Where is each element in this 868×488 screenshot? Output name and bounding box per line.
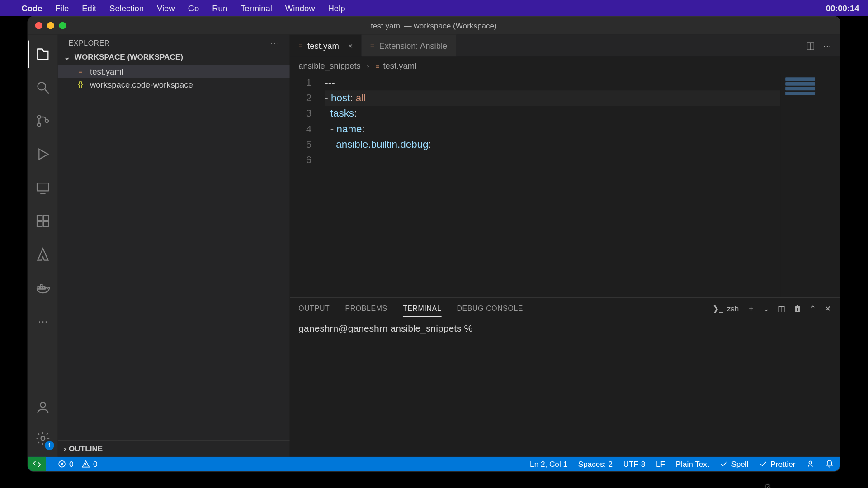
run-debug-icon[interactable] — [28, 141, 58, 168]
menu-terminal[interactable]: Terminal — [241, 3, 272, 13]
file-name: workspace.code-workspace — [90, 80, 193, 89]
svg-rect-12 — [40, 284, 42, 286]
docker-icon[interactable] — [28, 274, 58, 301]
status-bar: 0 0 Ln 2, Col 1 Spaces: 2 UTF-8 LF Plain… — [28, 457, 840, 471]
status-cursor-position[interactable]: Ln 2, Col 1 — [530, 460, 567, 469]
window-maximize-button[interactable] — [59, 22, 66, 29]
extensions-icon[interactable] — [28, 207, 58, 235]
svg-rect-7 — [37, 221, 42, 226]
mac-menubar: Code File Edit Selection View Go Run Ter… — [0, 0, 868, 16]
menu-go[interactable]: Go — [188, 3, 199, 13]
panel-tab[interactable]: PROBLEMS — [345, 301, 387, 316]
window-minimize-button[interactable] — [47, 22, 54, 29]
terminal-split-chevron-icon[interactable]: ⌄ — [763, 304, 769, 313]
new-terminal-icon[interactable]: ＋ — [747, 303, 755, 314]
status-indentation[interactable]: Spaces: 2 — [578, 460, 613, 469]
code-editor[interactable]: 123456 ---- host: all tasks: - name: ans… — [290, 74, 780, 297]
outline-label: OUTLINE — [69, 444, 103, 453]
sidebar-title: EXPLORER — [69, 39, 110, 47]
svg-rect-5 — [37, 215, 42, 220]
tab-label: Extension: Ansible — [379, 41, 448, 50]
minimap[interactable] — [780, 74, 840, 297]
menu-window[interactable]: Window — [285, 3, 315, 13]
tab-icon: ≡ — [298, 42, 302, 50]
more-actions-icon[interactable]: ··· — [823, 40, 831, 51]
panel-tab[interactable]: TERMINAL — [403, 300, 441, 317]
terminal-icon: ❯_ — [712, 304, 723, 313]
menu-help[interactable]: Help — [328, 3, 345, 13]
split-terminal-icon[interactable]: ◫ — [778, 304, 785, 313]
file-item[interactable]: {}workspace.code-workspace — [58, 78, 290, 91]
svg-point-13 — [40, 402, 45, 407]
editor-tabs: ≡test.yaml×≡Extension: Ansible ◫ ··· — [290, 34, 840, 57]
azure-icon[interactable] — [28, 240, 58, 268]
vscode-window: test.yaml — workspace (Workspace) ··· 1 … — [28, 16, 840, 472]
svg-rect-4 — [37, 183, 49, 191]
titlebar: test.yaml — workspace (Workspace) — [28, 17, 840, 35]
breadcrumb-segment[interactable]: ansible_snippets — [298, 61, 360, 70]
file-name: test.yaml — [90, 67, 123, 76]
status-language-mode[interactable]: Plain Text — [676, 460, 709, 469]
panel-tab[interactable]: OUTPUT — [298, 301, 330, 316]
file-icon: {} — [75, 80, 85, 89]
menu-view[interactable]: View — [157, 3, 175, 13]
terminal-shell-selector[interactable]: ❯_ zsh — [712, 304, 739, 313]
menu-run[interactable]: Run — [212, 3, 227, 13]
settings-gear-icon[interactable]: 1 — [28, 425, 58, 452]
file-list: ≡test.yaml{}workspace.code-workspace — [58, 64, 290, 91]
file-item[interactable]: ≡test.yaml — [58, 65, 290, 78]
settings-badge: 1 — [45, 441, 54, 450]
breadcrumb[interactable]: ansible_snippets›≡test.yaml — [290, 57, 840, 74]
remote-indicator[interactable] — [28, 457, 46, 471]
svg-point-2 — [38, 123, 41, 127]
menubar-clock: 00:00:14 — [826, 3, 859, 13]
status-spell[interactable]: Spell — [720, 460, 748, 469]
menu-edit[interactable]: Edit — [82, 3, 96, 13]
status-warnings[interactable]: 0 — [82, 460, 98, 469]
status-errors[interactable]: 0 — [58, 460, 74, 469]
workspace-header[interactable]: ⌄ WORKSPACE (WORKSPACE) — [58, 50, 290, 64]
kill-terminal-icon[interactable]: 🗑 — [794, 304, 802, 313]
sidebar: EXPLORER ··· ⌄ WORKSPACE (WORKSPACE) ≡te… — [58, 34, 290, 456]
editor-tab[interactable]: ≡Extension: Ansible — [362, 34, 456, 56]
terminal-content[interactable]: ganeshrn@ganeshrn ansible_snippets % — [290, 319, 840, 456]
mouse-cursor: ↖ — [764, 481, 774, 488]
source-control-icon[interactable] — [28, 107, 58, 135]
menu-file[interactable]: File — [56, 3, 69, 13]
window-close-button[interactable] — [35, 22, 42, 29]
bottom-panel: OUTPUTPROBLEMSTERMINALDEBUG CONSOLE ❯_ z… — [290, 297, 840, 457]
svg-rect-6 — [43, 215, 48, 220]
split-editor-icon[interactable]: ◫ — [806, 40, 815, 51]
tab-close-icon[interactable]: × — [348, 41, 353, 50]
remote-explorer-icon[interactable] — [28, 174, 58, 202]
status-prettier[interactable]: Prettier — [759, 460, 795, 469]
svg-point-16 — [809, 461, 811, 464]
close-panel-icon[interactable]: ✕ — [825, 304, 831, 313]
window-title: test.yaml — workspace (Workspace) — [28, 21, 840, 30]
tab-label: test.yaml — [307, 41, 341, 50]
chevron-down-icon: ⌄ — [64, 52, 72, 61]
svg-rect-8 — [43, 221, 48, 226]
editor-tab-actions: ◫ ··· — [797, 34, 840, 56]
panel-tab[interactable]: DEBUG CONSOLE — [457, 301, 524, 316]
explorer-icon[interactable] — [28, 41, 58, 68]
outline-header[interactable]: › OUTLINE — [58, 440, 290, 457]
menu-selection[interactable]: Selection — [109, 3, 144, 13]
status-feedback-icon[interactable] — [806, 460, 814, 468]
sidebar-more-icon[interactable]: ··· — [270, 39, 280, 47]
editor-tab[interactable]: ≡test.yaml× — [290, 34, 362, 56]
chevron-right-icon: › — [64, 444, 66, 453]
overflow-icon[interactable]: ··· — [28, 307, 58, 335]
accounts-icon[interactable] — [28, 394, 58, 421]
status-notifications-icon[interactable] — [825, 460, 833, 468]
workspace-name: WORKSPACE (WORKSPACE) — [75, 52, 183, 61]
maximize-panel-icon[interactable]: ⌃ — [810, 304, 816, 313]
search-icon[interactable] — [28, 74, 58, 101]
code-content[interactable]: ---- host: all tasks: - name: ansible.bu… — [325, 75, 780, 297]
svg-point-1 — [38, 115, 41, 118]
menu-app[interactable]: Code — [21, 3, 42, 13]
status-eol[interactable]: LF — [656, 460, 665, 469]
status-encoding[interactable]: UTF-8 — [623, 460, 646, 469]
file-icon: ≡ — [75, 67, 85, 75]
breadcrumb-segment[interactable]: ≡test.yaml — [375, 61, 416, 70]
